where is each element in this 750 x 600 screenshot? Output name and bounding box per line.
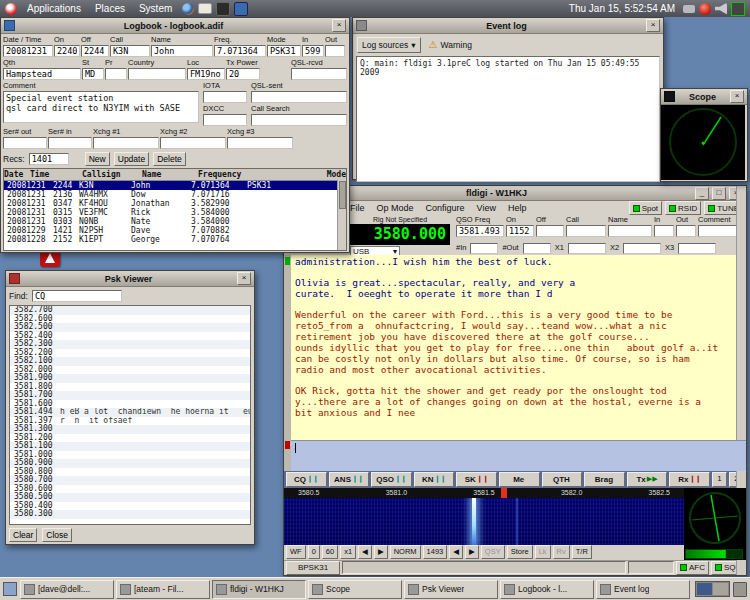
ser-in-input[interactable] bbox=[48, 137, 92, 149]
time-on-input[interactable] bbox=[506, 225, 534, 237]
workspace-switcher[interactable] bbox=[695, 581, 730, 597]
panel-menu-item[interactable]: Places bbox=[89, 2, 131, 15]
transmit-pane[interactable] bbox=[291, 440, 746, 471]
receive-pane[interactable]: administration...I wish him the best of … bbox=[291, 255, 746, 440]
macro-button[interactable]: CQ ❙❙ bbox=[286, 472, 327, 487]
xchg3-input[interactable] bbox=[227, 137, 293, 149]
logbook-titlebar[interactable]: Logbook - logbook.adif × bbox=[1, 18, 349, 34]
show-desktop-icon[interactable] bbox=[3, 582, 17, 596]
taskbar-item[interactable]: Psk Viewer bbox=[404, 580, 498, 599]
close-button[interactable]: Close bbox=[42, 528, 72, 542]
menu-item[interactable]: Configure bbox=[426, 203, 465, 213]
date-time-input[interactable] bbox=[3, 45, 53, 57]
network-icon[interactable] bbox=[731, 2, 745, 16]
ser-out-input[interactable] bbox=[3, 137, 47, 149]
find-input[interactable] bbox=[32, 290, 122, 302]
waterfall-control-button[interactable]: NORM bbox=[390, 545, 421, 559]
mode-status-button[interactable]: BPSK31 bbox=[286, 561, 340, 575]
table-row[interactable]: 20081231 0303 N0NB Nate 3.584000 bbox=[4, 217, 346, 226]
dxcc-input[interactable] bbox=[203, 114, 247, 126]
panel-menu-item[interactable]: System bbox=[133, 2, 178, 15]
menu-item[interactable]: File bbox=[350, 203, 365, 213]
macro-button[interactable]: QTH bbox=[542, 472, 583, 487]
waterfall-control-button[interactable]: ◀ bbox=[449, 545, 463, 559]
qsl-sent-input[interactable] bbox=[251, 91, 347, 103]
menu-item[interactable]: Help bbox=[508, 203, 527, 213]
macro-button[interactable]: Brag bbox=[584, 472, 625, 487]
frequency-display[interactable]: 3580.000 bbox=[350, 224, 450, 245]
column-header[interactable]: Date bbox=[4, 169, 30, 180]
new-button[interactable]: New bbox=[85, 152, 110, 166]
waterfall-control-button[interactable]: T/R bbox=[572, 545, 592, 559]
name-input[interactable] bbox=[151, 45, 213, 57]
column-header[interactable]: Frequency bbox=[198, 169, 327, 180]
xchg1-input[interactable] bbox=[93, 137, 159, 149]
psk-channel-row[interactable]: 3580.300 bbox=[10, 510, 250, 519]
column-header[interactable]: Time bbox=[30, 169, 82, 180]
delete-button[interactable]: Delete bbox=[153, 152, 186, 166]
waterfall-control-button[interactable]: WF bbox=[286, 545, 306, 559]
out-input[interactable] bbox=[325, 45, 345, 57]
psk-viewer-titlebar[interactable]: Psk Viewer × bbox=[6, 271, 254, 287]
qsl-rcvd-input[interactable] bbox=[291, 68, 347, 80]
state-input[interactable] bbox=[82, 68, 104, 80]
taskbar-item[interactable]: [ateam - Fil... bbox=[116, 580, 210, 599]
maximize-icon[interactable]: □ bbox=[712, 187, 726, 200]
mode-input[interactable] bbox=[267, 45, 301, 57]
table-row[interactable]: 20081231 2136 WA4HMX Dow 7.071716 bbox=[4, 190, 346, 199]
eventlog-titlebar[interactable]: Event log × bbox=[353, 18, 663, 34]
table-row[interactable]: 20081229 1421 N2PSH Dave 7.070882 bbox=[4, 226, 346, 235]
column-header[interactable]: Name bbox=[142, 169, 198, 180]
log-level-indicator[interactable]: ⚠ Warning bbox=[429, 40, 472, 50]
macro-button[interactable]: Rx ❙❙ bbox=[669, 472, 710, 487]
taskbar-item[interactable]: Scope bbox=[308, 580, 402, 599]
toggle-button[interactable]: RSID bbox=[665, 201, 701, 215]
freq-input[interactable] bbox=[214, 45, 266, 57]
name-input[interactable] bbox=[608, 225, 652, 237]
iota-input[interactable] bbox=[203, 91, 247, 103]
recs-count-input[interactable] bbox=[29, 153, 69, 165]
country-input[interactable] bbox=[128, 68, 186, 80]
qso-freq-input[interactable] bbox=[456, 225, 504, 237]
keyboard-indicator-icon[interactable] bbox=[683, 5, 695, 13]
mail-launcher-icon[interactable] bbox=[198, 3, 212, 14]
close-icon[interactable]: × bbox=[646, 19, 660, 32]
close-icon[interactable]: × bbox=[237, 272, 251, 285]
taskbar-item[interactable]: [dave@dell:... bbox=[20, 580, 114, 599]
close-icon[interactable]: × bbox=[730, 90, 744, 103]
scrollbar-thumb[interactable] bbox=[339, 181, 346, 209]
panel-clock[interactable]: Thu Jan 15, 5:52:54 AM bbox=[565, 3, 679, 14]
table-row[interactable]: 20081231 0347 KF4HOU Jonathan 3.582990 bbox=[4, 199, 346, 208]
macro-button[interactable]: Tx ▶▶ bbox=[627, 472, 668, 487]
waterfall-control-button[interactable]: Rv bbox=[553, 545, 570, 559]
distro-menu-icon[interactable] bbox=[5, 3, 17, 15]
writer-launcher-icon[interactable] bbox=[234, 2, 248, 16]
serial-out-input[interactable] bbox=[523, 243, 551, 254]
table-scrollbar[interactable] bbox=[337, 180, 346, 250]
macro-button[interactable]: KN ❙❙ bbox=[414, 472, 455, 487]
trash-icon[interactable] bbox=[733, 582, 747, 597]
afc-button[interactable]: AFC bbox=[676, 561, 709, 575]
column-header[interactable]: Mode bbox=[327, 169, 346, 180]
exchange2-input[interactable] bbox=[623, 243, 661, 254]
log-sources-dropdown[interactable]: Log sources ▾ bbox=[357, 37, 421, 53]
taskbar-item[interactable]: fldigi - W1HKJ bbox=[212, 580, 306, 599]
terminal-launcher-icon[interactable] bbox=[216, 2, 230, 16]
locator-input[interactable] bbox=[187, 68, 225, 80]
volume-icon[interactable] bbox=[715, 3, 727, 15]
waterfall-control-button[interactable]: ▶ bbox=[374, 545, 388, 559]
power-icon[interactable] bbox=[699, 3, 711, 15]
call-input[interactable] bbox=[566, 225, 606, 237]
waterfall-scale[interactable]: 3580.53581.03581.53582.03582.5 bbox=[284, 488, 684, 498]
call-search-input[interactable] bbox=[251, 114, 347, 126]
table-row[interactable]: 20081231 0315 VE3FMC Rick 3.584000 bbox=[4, 208, 346, 217]
toggle-button[interactable]: Spot bbox=[629, 201, 662, 215]
comment-textarea[interactable]: Special event station qsl card direct to… bbox=[3, 91, 199, 123]
waterfall-control-button[interactable]: 1493 bbox=[423, 545, 448, 559]
rst-in-input[interactable] bbox=[654, 225, 674, 237]
rst-out-input[interactable] bbox=[676, 225, 696, 237]
province-input[interactable] bbox=[105, 68, 127, 80]
qth-input[interactable] bbox=[3, 68, 81, 80]
taskbar-item[interactable]: Logbook - l... bbox=[500, 580, 594, 599]
exchange1-input[interactable] bbox=[568, 243, 606, 254]
